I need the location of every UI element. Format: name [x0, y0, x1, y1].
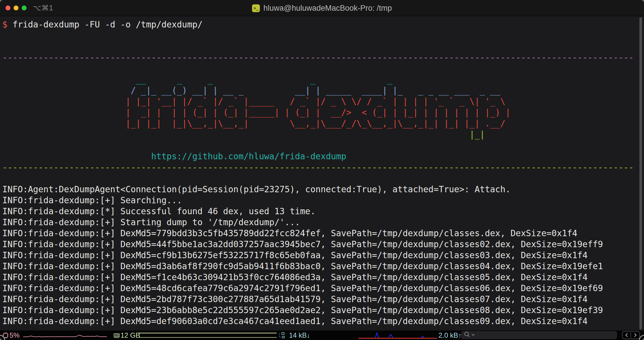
scrollbar-thumb[interactable] — [639, 17, 642, 330]
terminal-window: ⌥⌘1 >_ hluwa@huluwadeMacBook-Pro: /tmp $… — [0, 0, 644, 340]
terminal-line: | _| | | | (_| | (_| |_____| | (_| | __/… — [2, 107, 644, 118]
terminal-line: __ _ _ _ _ — [2, 74, 644, 85]
terminal-line: INFO:frida-dexdump:[+] DexMd5=f1ce4b63c3… — [2, 272, 644, 283]
search-options-chevron-icon[interactable] — [471, 331, 475, 339]
status-bar: 5% 12 GB — [0, 330, 644, 340]
titlebar: ⌥⌘1 >_ hluwa@huluwadeMacBook-Pro: /tmp — [0, 0, 644, 16]
terminal-app-icon: >_ — [252, 4, 260, 12]
terminal-line: INFO:frida-dexdump:[+] DexMd5=23b6abb8e5… — [2, 305, 644, 316]
search-input[interactable] — [476, 331, 617, 339]
network-upload-label[interactable]: 2.0 kB↑ — [438, 330, 462, 340]
terminal-line — [2, 30, 644, 41]
terminal-line: INFO:frida-dexdump:[+] DexMd5=48cd6cafea… — [2, 283, 644, 294]
terminal-line: / _|_ __(_) __| | __ _ __| | _____ ____|… — [2, 85, 644, 96]
minimize-button[interactable] — [14, 5, 18, 10]
terminal-line — [2, 63, 644, 74]
terminal-line: |_| — [2, 129, 644, 140]
search-icon — [464, 331, 471, 339]
terminal-line: INFO:frida-dexdump:[+] DexMd5=779bdd3b3c… — [2, 228, 644, 239]
terminal-line: INFO:Agent:DexDumpAgent<Connection(pid=S… — [2, 184, 644, 195]
cpu-usage-label[interactable]: 5% — [10, 330, 20, 340]
network-traffic-graph[interactable] — [358, 330, 437, 340]
terminal-line: ----------------------------------------… — [2, 52, 644, 63]
terminal-line: | |_| '__| |/ _` |/ _` |_____ / _` |/ _ … — [2, 96, 644, 107]
memory-usage-graph[interactable] — [138, 330, 277, 340]
terminal-line — [2, 41, 644, 52]
terminal-line: INFO:frida-dexdump:[+] DexMd5=cf9b13b627… — [2, 250, 644, 261]
traffic-lights — [5, 5, 27, 10]
terminal-line — [2, 173, 644, 184]
memory-icon — [113, 330, 120, 340]
nav-forward-button[interactable] — [631, 332, 639, 338]
terminal-line: $ frida-dexdump -FU -d -o /tmp/dexdump/ — [2, 19, 644, 30]
tab-shortcut-label: ⌥⌘1 — [33, 4, 53, 12]
zoom-button[interactable] — [22, 5, 27, 10]
network-download-label[interactable]: 14 kB↓ — [289, 330, 310, 340]
terminal-line: https://github.com/hluwa/frida-dexdump — [2, 151, 644, 162]
terminal-line: INFO:frida-dexdump:[+] DexMd5=def90603a0… — [2, 316, 644, 327]
terminal-line: INFO:frida-dexdump:[*] Successful found … — [2, 206, 644, 217]
history-nav-buttons — [622, 331, 640, 339]
network-icon — [278, 330, 285, 340]
window-title: hluwa@huluwadeMacBook-Pro: /tmp — [263, 4, 392, 13]
terminal-line: INFO:frida-dexdump:[+] DexMd5=d3ab6af8f2… — [2, 261, 644, 272]
terminal-line: |_| |_| |_|\__,_|\__,_| \__,_|\___/_/\_\… — [2, 118, 644, 129]
terminal-output[interactable]: $ frida-dexdump -FU -d -o /tmp/dexdump/-… — [0, 16, 644, 330]
terminal-line: INFO:frida-dexdump:[+] Searching... — [2, 195, 644, 206]
terminal-line: ----------------------------------------… — [2, 162, 644, 173]
close-button[interactable] — [5, 5, 10, 10]
nav-back-button[interactable] — [623, 332, 631, 338]
terminal-line: INFO:frida-dexdump:[+] DexMd5=2bd787f73c… — [2, 294, 644, 305]
cpu-usage-graph[interactable] — [23, 330, 107, 340]
search-field[interactable] — [461, 331, 617, 339]
terminal-line: INFO:frida-dexdump:[+] DexMd5=44f5bbe1ac… — [2, 239, 644, 250]
terminal-line: INFO:frida-dexdump:[+] Starting dump to … — [2, 217, 644, 228]
memory-usage-label[interactable]: 12 GB — [121, 330, 140, 340]
terminal-line — [2, 140, 644, 151]
